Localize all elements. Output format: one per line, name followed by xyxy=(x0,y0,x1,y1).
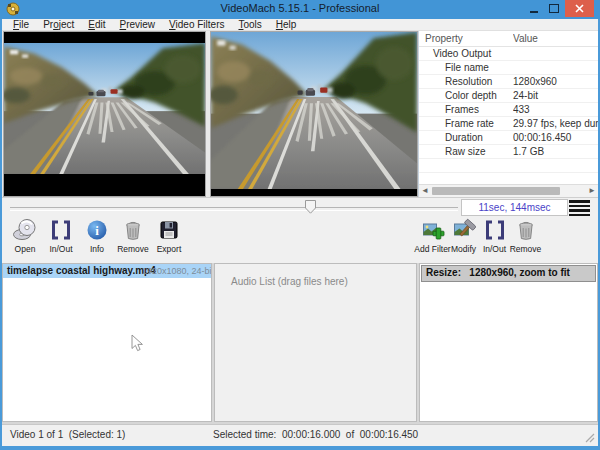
info-icon: i xyxy=(85,218,109,242)
timeline-slider-track[interactable] xyxy=(10,207,458,211)
status-selected-time: Selected time: 00:00:16.000 of 00:00:16.… xyxy=(213,429,418,440)
scroll-left-arrow-icon[interactable]: ◄ xyxy=(419,185,431,197)
menu-edit[interactable]: Edit xyxy=(81,19,112,30)
menu-bar: File Project Edit Preview Video Filters … xyxy=(2,19,598,31)
value-column-header: Value xyxy=(513,31,598,46)
list-item[interactable]: Resize: 1280x960, zoom to fit xyxy=(421,265,596,282)
toolbar: 11sec, 144msec Open In/Out xyxy=(2,197,598,264)
time-display[interactable]: 11sec, 144msec xyxy=(461,199,568,216)
window-title: VideoMach 5.15.1 - Professional xyxy=(0,2,600,14)
property-panel: Property Value Video Output File name Re… xyxy=(418,31,598,197)
modify-filter-button[interactable]: Modify xyxy=(448,218,479,254)
video-toolbar-buttons: Open In/Out i Info xyxy=(7,218,187,254)
menu-preview[interactable]: Preview xyxy=(112,19,162,30)
add-filter-button[interactable]: Add Filter xyxy=(417,218,448,254)
status-bar: Video 1 of 1 (Selected: 1) Selected time… xyxy=(2,424,598,446)
table-row[interactable]: Frames433 xyxy=(419,103,598,117)
scroll-right-arrow-icon[interactable]: ► xyxy=(586,185,598,197)
trash-icon xyxy=(121,218,145,242)
table-row[interactable]: Raw size1.7 GB xyxy=(419,145,598,159)
resize-grip[interactable] xyxy=(585,433,595,443)
property-column-header: Property xyxy=(419,31,513,46)
output-video-frame xyxy=(211,32,417,189)
status-video-count: Video 1 of 1 (Selected: 1) xyxy=(10,429,125,440)
svg-text:i: i xyxy=(95,223,99,238)
floppy-export-icon xyxy=(157,218,181,242)
title-bar: VideoMach 5.15.1 - Professional xyxy=(0,0,600,19)
filter-inout-button[interactable]: In/Out xyxy=(479,218,510,254)
export-button[interactable]: Export xyxy=(151,218,187,254)
table-row[interactable]: Frame rate29.97 fps, keep duration xyxy=(419,117,598,131)
preview-area: Property Value Video Output File name Re… xyxy=(2,31,598,197)
empty-table-row xyxy=(419,159,598,173)
remove-video-button[interactable]: Remove xyxy=(115,218,151,254)
menu-hamburger-icon[interactable] xyxy=(569,200,590,218)
remove-filter-button[interactable]: Remove xyxy=(510,218,541,254)
minimize-button[interactable] xyxy=(524,0,544,17)
menu-tools[interactable]: Tools xyxy=(231,19,268,30)
add-filter-icon xyxy=(421,218,445,242)
open-button[interactable]: Open xyxy=(7,218,43,254)
menu-help[interactable]: Help xyxy=(269,19,304,30)
lists-area: timelapse coastal highway.mp4 1920x1080,… xyxy=(2,263,598,424)
table-row[interactable]: Duration00:00:16.450 xyxy=(419,131,598,145)
minimize-icon xyxy=(530,11,538,13)
close-icon xyxy=(575,4,584,13)
mouse-cursor-icon xyxy=(131,334,143,352)
filter-toolbar-buttons: Add Filter Modify In/Out xyxy=(417,218,541,254)
info-button[interactable]: i Info xyxy=(79,218,115,254)
video-file-format: 1920x1080, 24-bit xyxy=(142,264,211,278)
filter-list-panel[interactable]: Resize: 1280x960, zoom to fit xyxy=(419,263,598,422)
timeline-slider-thumb[interactable] xyxy=(305,200,316,214)
audio-list-panel[interactable]: Audio List (drag files here) xyxy=(214,263,417,422)
source-video-frame xyxy=(4,43,205,174)
menu-video-filters[interactable]: Video Filters xyxy=(162,19,231,30)
maximize-icon xyxy=(549,4,559,13)
menu-file[interactable]: File xyxy=(6,19,36,30)
table-row[interactable]: File name xyxy=(419,61,598,75)
source-video-preview xyxy=(3,31,206,197)
table-row[interactable]: Video Output xyxy=(419,47,598,61)
video-list-panel[interactable]: timelapse coastal highway.mp4 1920x1080,… xyxy=(2,263,212,422)
modify-hammer-icon xyxy=(452,218,476,242)
maximize-button[interactable] xyxy=(544,0,564,17)
menu-project[interactable]: Project xyxy=(36,19,81,30)
close-button[interactable] xyxy=(565,0,594,17)
list-item[interactable]: timelapse coastal highway.mp4 1920x1080,… xyxy=(3,264,211,278)
property-table-header: Property Value xyxy=(419,31,598,47)
table-row[interactable]: Resolution1280x960 xyxy=(419,75,598,89)
output-video-preview xyxy=(210,31,418,197)
open-disc-icon xyxy=(13,218,37,242)
audio-list-placeholder: Audio List (drag files here) xyxy=(231,276,348,287)
property-panel-hscrollbar[interactable]: ◄ ► xyxy=(419,184,598,197)
video-file-name: timelapse coastal highway.mp4 xyxy=(7,264,156,278)
trash-icon xyxy=(514,218,538,242)
app-window: VideoMach 5.15.1 - Professional File Pro… xyxy=(0,0,600,450)
table-row[interactable]: Color depth24-bit xyxy=(419,89,598,103)
inout-brackets-icon xyxy=(49,218,73,242)
scrollbar-thumb[interactable] xyxy=(432,187,560,195)
inout-brackets-icon xyxy=(483,218,507,242)
inout-button[interactable]: In/Out xyxy=(43,218,79,254)
